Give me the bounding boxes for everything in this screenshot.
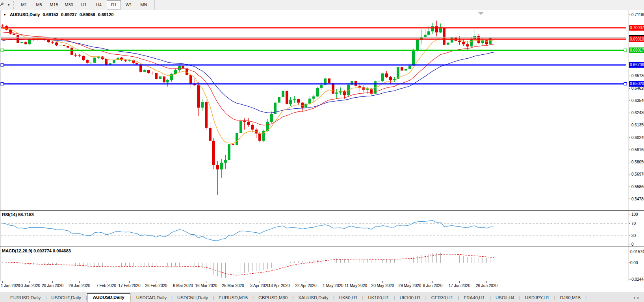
date-label: 22 Apr 2020 [295, 283, 317, 288]
bullish-candle [278, 97, 280, 102]
bearish-candle [401, 67, 403, 71]
line-handle[interactable] [624, 49, 627, 52]
timeframe-button-d1[interactable]: D1 [107, 0, 121, 9]
line-handle[interactable] [1, 49, 4, 52]
bullish-candle [220, 163, 223, 169]
price-tick-label: 0.62430 [631, 111, 644, 115]
bullish-candle [113, 60, 115, 63]
bearish-candle [466, 44, 469, 46]
main-price-chart[interactable]: 0.711900.700800.690000.679200.668100.657… [0, 10, 644, 210]
timeframe-button-m5[interactable]: M5 [32, 0, 46, 9]
macd-axis-divider [0, 281, 644, 281]
date-label: 10 Jan 2020 [19, 283, 40, 288]
bearish-candle [163, 76, 165, 82]
timeframe-button-w1[interactable]: W1 [122, 0, 136, 9]
bullish-candle [282, 91, 284, 97]
bullish-candle [320, 85, 323, 88]
bearish-candle [251, 125, 254, 130]
bearish-candle [435, 26, 438, 33]
date-label: 3 Apr 2020 [250, 283, 269, 288]
bullish-candle [408, 65, 411, 69]
date-label: 20 May 2020 [371, 283, 394, 288]
date-label: 29 May 2020 [399, 283, 421, 288]
rsi-panel[interactable]: 10070300 [0, 211, 644, 246]
bullish-candle [236, 133, 238, 145]
bearish-candle [13, 33, 15, 35]
tab-scroll-right-icon[interactable]: ▸ [637, 296, 642, 300]
line-handle[interactable] [1, 82, 4, 85]
bearish-candle [205, 102, 208, 128]
chart-tab-ger30-h1[interactable]: GER30,H1 [427, 294, 458, 302]
chart-left-border [0, 10, 0, 281]
rsi-tick-label: 70 [631, 221, 636, 226]
timeframe-button-h1[interactable]: H1 [77, 0, 91, 9]
bullish-candle [159, 76, 161, 79]
bullish-candle [20, 42, 23, 43]
bearish-candle [1, 26, 4, 26]
tab-scroll-left-icon[interactable]: ◂ [633, 296, 638, 300]
bearish-candle [86, 60, 89, 63]
date-label: 25 Mar 2020 [222, 283, 244, 288]
chart-tab-usoil-h4[interactable]: USOil,H4 [491, 294, 519, 302]
toolbar-separator [154, 0, 155, 10]
bullish-candle [424, 35, 427, 37]
timeframe-button-mn[interactable]: MN [137, 0, 151, 9]
bearish-candle [216, 165, 219, 169]
chart-tab-gbpusd-m30[interactable]: GBPUSD,M30 [254, 294, 292, 302]
rsi-macd-divider[interactable] [0, 246, 644, 247]
macd-panel[interactable]: 0.0157430.00-0.02441 [0, 247, 644, 281]
chart-tab-uk100-h1[interactable]: UK100,H1 [364, 294, 394, 302]
bearish-candle [71, 48, 73, 55]
line-handle[interactable] [624, 82, 627, 85]
time-axis[interactable]: 1 Jan 202010 Jan 202020 Jan 202029 Jan 2… [0, 281, 644, 292]
chart-shift-triangle-icon[interactable] [478, 12, 484, 15]
bullish-candle [381, 73, 384, 81]
chart-tab-usdchf-daily[interactable]: USDCHF,Daily [46, 294, 85, 302]
chart-tab-uk100-h1[interactable]: UK100,H1 [395, 294, 425, 302]
line-handle[interactable] [1, 63, 4, 66]
bearish-candle [458, 41, 461, 42]
bullish-candle [405, 69, 407, 70]
bullish-candle [312, 96, 315, 99]
toolbar-grip-handle[interactable] [13, 1, 14, 9]
chart-tab-usdcnh-daily[interactable]: USDCNH,Daily [173, 294, 213, 302]
bullish-candle [228, 144, 230, 160]
date-label: 17 Jun 2020 [449, 283, 470, 288]
bearish-candle [385, 73, 388, 77]
chart-tab-dj30-m15[interactable]: DJ30,M15 [555, 294, 585, 302]
mt4-terminal-window: { "toolbar": { "tool_icon": "drawing-too… [0, 0, 644, 302]
price-tick-label: 0.71190 [631, 13, 644, 17]
bullish-candle [412, 50, 415, 66]
price-tick-label: 0.59160 [631, 148, 644, 152]
chart-tab-hk50-h1[interactable]: HK50,H1 [334, 294, 362, 302]
date-label: 16 Mar 2020 [195, 283, 217, 288]
timeframe-button-m30[interactable]: M30 [62, 0, 76, 9]
bearish-candle [332, 83, 334, 94]
moving-average-ma-medium [3, 33, 494, 125]
bullish-candle [470, 39, 473, 46]
price-tick-label: 0.64620 [631, 86, 644, 91]
chevron-down-icon[interactable]: ▼ [7, 3, 10, 7]
chart-tab-audusd-daily[interactable]: AUDUSD,Daily [87, 293, 130, 302]
main-rsi-divider[interactable] [0, 210, 644, 211]
bearish-candle [243, 121, 246, 122]
price-tag-label: 0.70007 [630, 26, 644, 30]
chart-tab-eurusd-daily[interactable]: EURUSD,Daily [6, 294, 45, 302]
timeframe-button-m1[interactable]: M1 [17, 0, 31, 9]
chart-tab-eurusd-m15[interactable]: EURUSD,M15 [214, 294, 252, 302]
timeframe-toolbar: ▼ M1M5M15M30H1H4D1W1MN [0, 0, 644, 10]
timeframe-button-h4[interactable]: H4 [92, 0, 106, 9]
timeframe-button-m15[interactable]: M15 [47, 0, 61, 9]
chart-tab-fra40-h1[interactable]: FRA40,H1 [459, 294, 490, 302]
bearish-candle [135, 63, 138, 64]
date-label: 11 May 2020 [345, 283, 367, 288]
bearish-candle [232, 144, 234, 145]
bearish-candle [212, 141, 215, 165]
chart-tab-xauusd-daily[interactable]: XAUUSD,Daily [293, 294, 333, 302]
chart-tab-usdjpy-h1[interactable]: USDJPY,H1 [520, 294, 554, 302]
bearish-candle [354, 81, 357, 86]
bearish-candle [139, 65, 142, 72]
bearish-candle [389, 77, 392, 80]
chart-tab-usdcad-daily[interactable]: USDCAD,Daily [132, 294, 171, 302]
drawing-tool-icon[interactable] [0, 0, 6, 10]
